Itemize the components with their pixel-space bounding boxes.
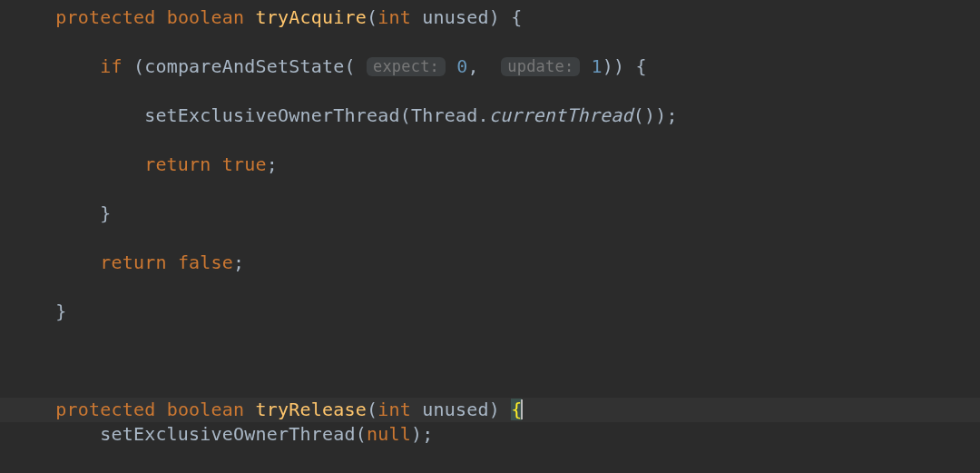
param-hint-expect: expect: — [367, 57, 446, 76]
code-editor[interactable]: protected boolean tryAcquire(int unused)… — [0, 0, 980, 473]
text-caret — [521, 399, 523, 419]
param-hint-update: update: — [501, 57, 580, 76]
code-block: protected boolean tryAcquire(int unused)… — [0, 5, 980, 473]
current-line: protected boolean tryRelease(int unused)… — [0, 398, 980, 422]
